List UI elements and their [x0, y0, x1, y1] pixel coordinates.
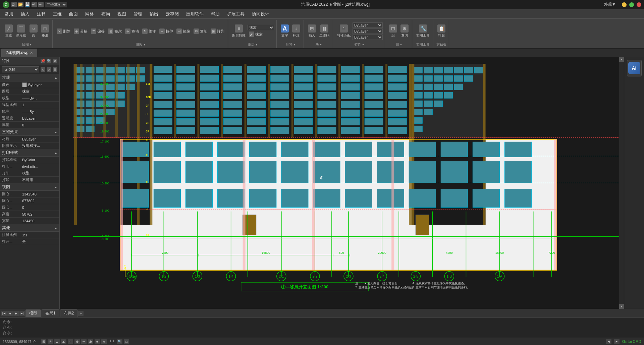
menu-item-shitu[interactable]: 视图	[114, 10, 129, 18]
select-prev-icon[interactable]: ◁	[41, 67, 45, 72]
left-panel-header: 特性 📌 🔍 ✕	[0, 57, 59, 65]
svg-rect-118	[154, 110, 172, 116]
lineweight-select[interactable]: ByLayer	[353, 35, 383, 40]
status-model-icon[interactable]: □	[124, 339, 129, 344]
ribbon-btn-insert[interactable]: ⊞ 插入	[307, 24, 317, 39]
ribbon-btn-matchprop[interactable]: ≐ 特性匹配	[336, 24, 352, 39]
menu-item-zhushi[interactable]: 注释	[34, 10, 49, 18]
close-button[interactable]	[637, 2, 641, 7]
ribbon-btn-paste[interactable]: 📋 粘贴	[436, 24, 447, 39]
ribbon-btn-layer[interactable]: ≡ 图层特性	[231, 24, 247, 39]
status-grid-icon[interactable]: ⊞	[41, 339, 46, 344]
ribbon-btn-rect[interactable]: □ 矩形	[40, 24, 50, 39]
ribbon-btn-copy[interactable]: ⧉复制	[192, 28, 209, 35]
layout-nav-first[interactable]: |◄	[1, 311, 7, 316]
layout-nav-last[interactable]: ►|	[19, 311, 25, 316]
save-icon[interactable]: 💾	[25, 2, 30, 7]
ribbon-btn-delete[interactable]: ✕删除	[55, 28, 72, 35]
layout-tab-model[interactable]: 模型	[25, 309, 41, 317]
maximize-button[interactable]	[629, 2, 634, 7]
menu-item-guanli[interactable]: 管理	[130, 10, 146, 18]
status-ortho-icon[interactable]: ⊿	[54, 339, 60, 344]
status-track-icon[interactable]: ⊕	[74, 339, 80, 344]
tab-close-icon[interactable]: ✕	[30, 51, 33, 55]
menu-item-xtsj[interactable]: 协同设计	[249, 10, 273, 18]
status-sel-icon[interactable]: ◈	[95, 339, 100, 344]
section-other[interactable]: 其他 ▲	[0, 224, 59, 232]
ribbon-btn-moca[interactable]: 🖌抹灰	[248, 31, 274, 38]
cmd-line-3[interactable]: 命令:	[3, 331, 641, 336]
layout-add-button[interactable]: +	[78, 311, 84, 316]
ribbon-btn-qrcode[interactable]: ▦ 二维码	[318, 24, 331, 39]
layout-nav-next[interactable]: ►	[13, 311, 19, 316]
menu-item-buju[interactable]: 布局	[98, 10, 113, 18]
panel-close-icon[interactable]: ✕	[53, 59, 57, 63]
status-transparency-icon[interactable]: ◑	[88, 339, 93, 344]
menu-item-wangge[interactable]: 网格	[82, 10, 97, 18]
menu-item-yuncc[interactable]: 云存储	[162, 10, 182, 18]
command-input[interactable]	[13, 331, 641, 336]
ribbon-btn-explode[interactable]: ⊕分解	[72, 28, 89, 35]
open-icon[interactable]: 📂	[18, 2, 23, 7]
ribbon-btn-utility[interactable]: 🔧 实用工具	[415, 24, 431, 39]
minimize-button[interactable]	[622, 2, 627, 7]
ribbon-btn-polyline[interactable]: ⌒ 多段线	[15, 24, 28, 39]
select-all-icon[interactable]: ⊞	[53, 67, 57, 72]
status-anno-icon[interactable]: Ａ	[101, 339, 107, 344]
svg-rect-61	[385, 64, 387, 137]
layer-select[interactable]: 抹灰	[248, 25, 274, 30]
status-osnap-icon[interactable]: ○	[68, 339, 73, 344]
section-general[interactable]: 常规 ▲	[0, 74, 59, 81]
panel-pin-icon[interactable]: 📌	[41, 59, 45, 63]
menu-item-bangzhu[interactable]: 帮助	[208, 10, 223, 18]
scroll-right-button[interactable]: ►	[614, 339, 620, 344]
menu-item-qumian[interactable]: 曲面	[66, 10, 81, 18]
ribbon-btn-offset[interactable]: ⇈偏移	[90, 28, 106, 35]
vertical-scrollbar[interactable]: ▲ ▼	[619, 57, 624, 309]
ribbon-btn-query[interactable]: ⊕ 查询	[399, 24, 410, 39]
ribbon-btn-move[interactable]: ✛移动	[124, 28, 140, 35]
ribbon-btn-mirror[interactable]: ⊣镜像	[175, 28, 192, 35]
undo-icon[interactable]: ↩	[32, 2, 37, 7]
ribbon-btn-line[interactable]: ╱ 直线	[3, 24, 14, 39]
ribbon-btn-text[interactable]: A 文字	[279, 24, 290, 39]
section-3d[interactable]: 三维效果 ▲	[0, 128, 59, 136]
layout-nav-prev[interactable]: ◄	[7, 311, 13, 316]
menu-item-kzgj[interactable]: 扩展工具	[224, 10, 248, 18]
menu-item-changyong[interactable]: 常用	[1, 10, 17, 18]
ribbon-btn-group[interactable]: ⊡ 组	[388, 24, 398, 39]
scroll-left-button[interactable]: ◄	[606, 339, 611, 344]
status-zoom-icon[interactable]: 🔍	[117, 339, 122, 344]
redo-icon[interactable]: ↪	[38, 2, 44, 7]
scroll-up-button[interactable]: ▲	[619, 57, 624, 62]
document-tab[interactable]: 2建筑图.dwg ✕	[1, 49, 37, 57]
ribbon-btn-rotate[interactable]: ↻旋转	[141, 28, 157, 35]
ribbon-btn-array[interactable]: ⊞阵列	[209, 28, 226, 35]
scroll-down-button[interactable]: ▼	[619, 304, 624, 309]
layout-tab-1[interactable]: 布局1	[42, 309, 59, 317]
status-polar-icon[interactable]: ∡	[61, 339, 66, 344]
ribbon-btn-buer[interactable]: ⊞布尔	[107, 28, 123, 35]
ribbon-btn-circle[interactable]: ○ 圆	[28, 24, 39, 39]
menu-item-shuchu[interactable]: 输出	[146, 10, 162, 18]
ribbon-btn-dimension[interactable]: ↕ 标注	[291, 24, 302, 39]
drawing-area[interactable]: 1-1 1-2 1-3 1-4 2-1 2-2 2-3 2-4 2-5 1-B …	[60, 57, 624, 309]
new-icon[interactable]: 🗋	[11, 2, 17, 7]
select-next-icon[interactable]: ▷	[47, 67, 51, 72]
menu-item-yyrj[interactable]: 应用软件	[183, 10, 207, 18]
panel-search-icon[interactable]: 🔍	[47, 59, 51, 63]
color-select[interactable]: ByLayer	[353, 22, 383, 28]
section-view[interactable]: 视图 ▲	[0, 183, 59, 191]
view-mode-select[interactable]: 二维草图	[45, 2, 67, 7]
menu-item-charu[interactable]: 插入	[17, 10, 33, 18]
menu-item-sanwei[interactable]: 三维	[50, 10, 65, 18]
status-lwt-icon[interactable]: ─	[81, 339, 87, 344]
layout-tab-2[interactable]: 布局2	[60, 309, 78, 317]
ai-button[interactable]: Ai	[627, 60, 642, 76]
ribbon-btn-stretch[interactable]: ↔拉伸	[158, 28, 174, 35]
selection-select[interactable]: 无选择	[2, 66, 39, 72]
status-snap-icon[interactable]: ◎	[48, 339, 53, 344]
linetype-select[interactable]: ByLayer	[353, 28, 383, 34]
section-print[interactable]: 打印样式 ▲	[0, 149, 59, 157]
scroll-track-vertical[interactable]	[619, 62, 624, 304]
